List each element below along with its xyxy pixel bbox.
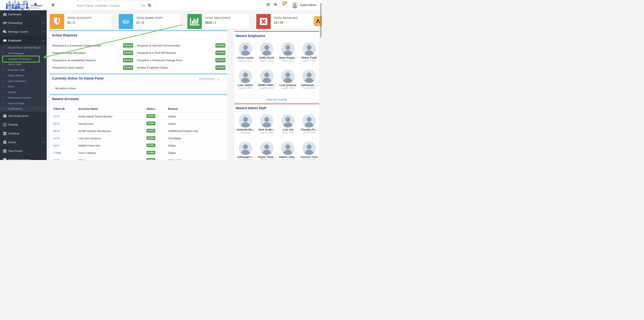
- svg-text:$: $: [9, 2, 10, 4]
- svg-text:?: ?: [268, 4, 269, 6]
- svg-text:Software: Software: [31, 7, 40, 9]
- svg-text:StaffWizard: StaffWizard: [30, 4, 42, 7]
